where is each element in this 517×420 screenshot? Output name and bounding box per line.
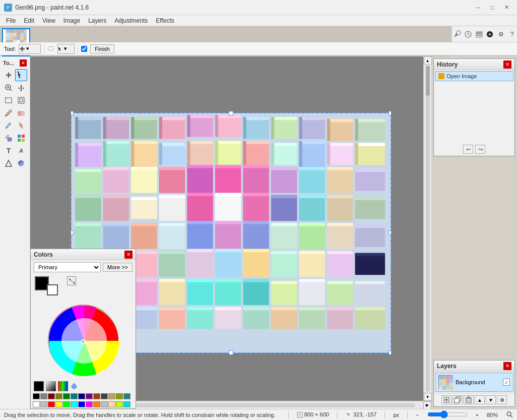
tool-pan[interactable]	[15, 82, 27, 94]
tool-select-move[interactable]	[15, 69, 27, 81]
color-options-button[interactable]	[70, 382, 78, 390]
rt-history[interactable]	[463, 28, 473, 40]
menu-image[interactable]: Image	[59, 16, 84, 25]
rt-tools[interactable]	[452, 28, 462, 40]
palette-black[interactable]	[33, 393, 40, 399]
scroll-v-track[interactable]	[426, 66, 430, 392]
palette-yellow[interactable]	[55, 401, 62, 407]
tool-row-1	[1, 69, 29, 81]
tool-erase[interactable]	[15, 107, 27, 119]
tool-move[interactable]	[3, 69, 15, 81]
palette-aqua[interactable]	[123, 401, 131, 407]
tool-pencil[interactable]	[3, 107, 15, 119]
zoom-slider[interactable]	[427, 411, 468, 418]
menu-file[interactable]: File	[2, 16, 20, 25]
palette-tan[interactable]	[108, 393, 115, 399]
menu-layers[interactable]: Layers	[84, 16, 110, 25]
move-tool-button[interactable]: ▾	[19, 44, 41, 54]
scroll-right-button[interactable]: ▶	[423, 401, 431, 409]
rt-colors[interactable]	[485, 28, 495, 40]
selection-tool-button[interactable]: ▾	[57, 44, 75, 54]
palette-red[interactable]	[48, 401, 55, 407]
tool-text[interactable]: T	[3, 145, 15, 157]
layer-delete-button[interactable]	[464, 395, 474, 404]
palette-peach[interactable]	[108, 401, 115, 407]
minimize-button[interactable]: ─	[472, 3, 485, 13]
toolbox-close[interactable]: ✕	[20, 59, 27, 67]
palette-light-gray[interactable]	[101, 401, 108, 407]
palette-brown[interactable]	[93, 393, 100, 399]
layer-visibility-checkbox[interactable]: ✓	[503, 379, 510, 386]
color-wheel[interactable]	[48, 305, 118, 375]
scroll-down-button[interactable]: ▼	[424, 393, 432, 401]
history-close-button[interactable]: ✕	[503, 61, 511, 69]
svg-rect-21	[13, 29, 17, 33]
history-undo-button[interactable]: ↩	[463, 145, 473, 154]
tool-recolor[interactable]	[15, 132, 27, 144]
color-mode-dropdown[interactable]: Primary Secondary	[34, 262, 101, 272]
layer-duplicate-button[interactable]	[453, 395, 463, 404]
finish-checkbox[interactable]	[81, 46, 87, 52]
black-swatch[interactable]	[34, 381, 44, 391]
vertical-scrollbar[interactable]: ▲ ▼	[423, 56, 431, 401]
zoom-out-button[interactable]: −	[416, 412, 419, 418]
palette-lime[interactable]	[63, 401, 70, 407]
palette-gray[interactable]	[40, 393, 47, 399]
palette-teal2[interactable]	[123, 393, 131, 399]
layers-close-button[interactable]: ✕	[503, 362, 511, 370]
svg-rect-280	[389, 350, 391, 354]
secondary-color-swatch[interactable]	[47, 284, 58, 295]
palette-yellow-green[interactable]	[116, 393, 123, 399]
tool-zoom[interactable]	[3, 82, 15, 94]
palette-purple[interactable]	[86, 393, 93, 399]
tool-shape[interactable]	[3, 157, 15, 169]
tool-select-lasso[interactable]	[15, 94, 27, 106]
maximize-button[interactable]: □	[486, 3, 499, 13]
tool-gradient[interactable]	[15, 157, 27, 169]
palette-white[interactable]	[33, 401, 40, 407]
menu-edit[interactable]: Edit	[20, 16, 38, 25]
palette-teal[interactable]	[71, 393, 78, 399]
history-redo-button[interactable]: ↪	[475, 145, 485, 154]
svg-rect-68	[22, 135, 25, 138]
swap-colors-button[interactable]	[67, 276, 76, 285]
menu-view[interactable]: View	[38, 16, 59, 25]
scroll-v-thumb[interactable]	[426, 66, 430, 96]
scroll-up-button[interactable]: ▲	[424, 56, 432, 65]
tool-brush[interactable]	[3, 119, 15, 132]
palette-dark-red[interactable]	[48, 393, 55, 399]
rt-help[interactable]: ?	[507, 28, 517, 40]
colors-more-button[interactable]: More >>	[103, 263, 133, 272]
palette-magenta[interactable]	[86, 401, 93, 407]
palette-silver[interactable]	[40, 401, 47, 407]
palette-orange[interactable]	[93, 401, 100, 407]
finish-button[interactable]: Finish	[90, 44, 114, 53]
tool-fill[interactable]	[15, 119, 27, 132]
zoom-in-button[interactable]: +	[476, 412, 479, 418]
palette-dark-green[interactable]	[63, 393, 70, 399]
tool-text-alt[interactable]: A	[15, 145, 27, 157]
tool-stamp[interactable]	[3, 132, 15, 144]
zoom-button[interactable]	[506, 411, 513, 419]
palette-chartreuse[interactable]	[116, 401, 123, 407]
menu-adjustments[interactable]: Adjustments	[110, 16, 152, 25]
palette-blue[interactable]	[78, 401, 85, 407]
menu-effects[interactable]: Effects	[152, 16, 178, 25]
layer-properties-button[interactable]: ⚙	[497, 395, 507, 404]
layer-item-background[interactable]: Background ✓	[435, 373, 513, 392]
palette-dark-gray[interactable]	[101, 393, 108, 399]
colors-close-button[interactable]: ✕	[124, 251, 133, 259]
layer-add-button[interactable]	[441, 395, 451, 404]
rt-layers[interactable]	[474, 28, 484, 40]
rt-settings[interactable]: ⚙	[496, 28, 506, 40]
close-button[interactable]: ✕	[500, 3, 513, 13]
titlebar: P Gen96.png - paint.net 4.1.6 ─ □ ✕	[0, 0, 517, 15]
layer-move-down-button[interactable]: ▼	[486, 395, 496, 404]
history-item-open[interactable]: Open Image	[435, 71, 513, 81]
status-dimensions: 800 × 600	[297, 411, 329, 418]
tool-select-rect[interactable]	[3, 94, 15, 106]
palette-cyan[interactable]	[71, 401, 78, 407]
layer-move-up-button[interactable]: ▲	[475, 395, 485, 404]
palette-navy[interactable]	[78, 393, 85, 399]
palette-olive[interactable]	[55, 393, 62, 399]
